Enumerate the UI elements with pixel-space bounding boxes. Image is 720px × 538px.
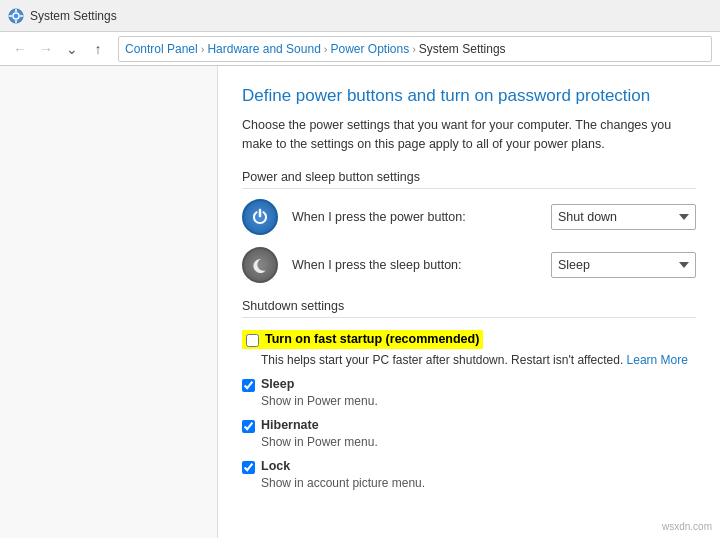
- sleep-icon-svg: [251, 256, 269, 274]
- hibernate-sub-label: Show in Power menu.: [261, 435, 696, 449]
- fast-startup-option: Turn on fast startup (recommended) This …: [242, 330, 696, 367]
- power-button-dropdown[interactable]: Shut down Sleep Hibernate Turn off the d…: [551, 204, 696, 230]
- breadcrumb-power-options[interactable]: Power Options: [330, 42, 409, 56]
- fast-startup-label: Turn on fast startup (recommended): [265, 332, 479, 346]
- shutdown-section: Shutdown settings Turn on fast startup (…: [242, 299, 696, 490]
- hibernate-checkbox-row: Hibernate: [242, 418, 696, 433]
- address-bar: ← → ⌄ ↑ Control Panel › Hardware and Sou…: [0, 32, 720, 66]
- breadcrumb-hardware-sound[interactable]: Hardware and Sound: [207, 42, 320, 56]
- hibernate-checkbox[interactable]: [242, 420, 255, 433]
- system-settings-icon: [8, 8, 24, 24]
- main-layout: Define power buttons and turn on passwor…: [0, 66, 720, 538]
- lock-sub-label: Show in account picture menu.: [261, 476, 696, 490]
- page-heading: Define power buttons and turn on passwor…: [242, 86, 696, 106]
- sleep-checkbox[interactable]: [242, 379, 255, 392]
- watermark: wsxdn.com: [662, 521, 712, 532]
- breadcrumb-sep-2: ›: [324, 43, 328, 55]
- learn-more-link[interactable]: Learn More: [627, 353, 688, 367]
- breadcrumb-current: System Settings: [419, 42, 506, 56]
- sleep-sub-label: Show in Power menu.: [261, 394, 696, 408]
- content-area: Define power buttons and turn on passwor…: [218, 66, 720, 538]
- title-bar-text: System Settings: [30, 9, 117, 23]
- dropdown-button[interactable]: ⌄: [60, 37, 84, 61]
- power-button-icon: [242, 199, 278, 235]
- power-button-label: When I press the power button:: [292, 210, 537, 224]
- power-icon-svg: [251, 208, 269, 226]
- nav-buttons: ← → ⌄ ↑: [8, 37, 110, 61]
- left-panel: [0, 66, 218, 538]
- lock-option: Lock Show in account picture menu.: [242, 459, 696, 490]
- lock-checkbox-row: Lock: [242, 459, 696, 474]
- sleep-button-dropdown[interactable]: Sleep Hibernate Shut down Turn off the d…: [551, 252, 696, 278]
- fast-startup-desc: This helps start your PC faster after sh…: [261, 353, 696, 367]
- lock-label: Lock: [261, 459, 290, 473]
- power-section-label: Power and sleep button settings: [242, 170, 696, 189]
- sleep-button-row: When I press the sleep button: Sleep Hib…: [242, 247, 696, 283]
- fast-startup-row: Turn on fast startup (recommended): [242, 330, 483, 349]
- page-description: Choose the power settings that you want …: [242, 116, 696, 154]
- power-button-row: When I press the power button: Shut down…: [242, 199, 696, 235]
- hibernate-label: Hibernate: [261, 418, 319, 432]
- breadcrumb: Control Panel › Hardware and Sound › Pow…: [118, 36, 712, 62]
- sleep-option: Sleep Show in Power menu.: [242, 377, 696, 408]
- title-bar: System Settings: [0, 0, 720, 32]
- sleep-button-icon: [242, 247, 278, 283]
- lock-checkbox[interactable]: [242, 461, 255, 474]
- breadcrumb-sep-1: ›: [201, 43, 205, 55]
- forward-button[interactable]: →: [34, 37, 58, 61]
- fast-startup-desc-text: This helps start your PC faster after sh…: [261, 353, 623, 367]
- hibernate-option: Hibernate Show in Power menu.: [242, 418, 696, 449]
- sleep-label: Sleep: [261, 377, 294, 391]
- breadcrumb-control-panel[interactable]: Control Panel: [125, 42, 198, 56]
- sleep-checkbox-row: Sleep: [242, 377, 696, 392]
- back-button[interactable]: ←: [8, 37, 32, 61]
- up-button[interactable]: ↑: [86, 37, 110, 61]
- sleep-button-label: When I press the sleep button:: [292, 258, 537, 272]
- fast-startup-checkbox[interactable]: [246, 334, 259, 347]
- shutdown-section-label: Shutdown settings: [242, 299, 696, 318]
- breadcrumb-sep-3: ›: [412, 43, 416, 55]
